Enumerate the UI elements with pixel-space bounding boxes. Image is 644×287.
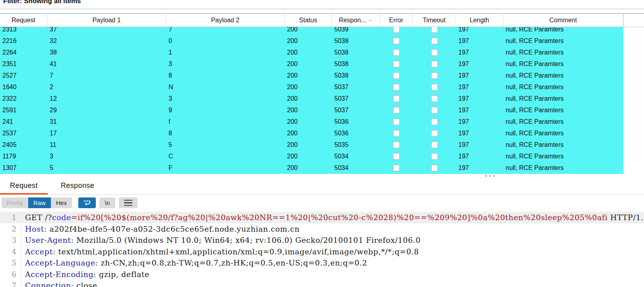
results-header-row: RequestPayload 1Payload 2StatusRespon...…: [0, 14, 623, 27]
error-checkbox[interactable]: [393, 164, 400, 172]
error-checkbox[interactable]: [393, 27, 400, 33]
timeout-checkbox[interactable]: [431, 61, 438, 68]
timeout-checkbox[interactable]: [431, 107, 438, 114]
column-header-response[interactable]: Respon...⌄: [332, 14, 380, 27]
word-wrap-button[interactable]: [78, 197, 96, 208]
timeout-checkbox[interactable]: [431, 153, 438, 160]
cell-length: 197: [456, 81, 503, 93]
line-content: Accept-Language: zh-CN,zh;q=0.8,zh-TW;q=…: [25, 258, 367, 267]
cell-status: 200: [285, 58, 332, 70]
timeout-checkbox[interactable]: [431, 84, 438, 91]
panel-splitter[interactable]: [0, 174, 644, 177]
cell-request: 2264: [0, 47, 47, 58]
filter-bar[interactable]: Filter: Showing all items: [0, 0, 644, 9]
column-header-timeout[interactable]: Timeout: [413, 14, 456, 27]
cell-payload1: 37: [47, 27, 166, 35]
column-header-status[interactable]: Status: [285, 14, 332, 27]
show-newlines-button[interactable]: \n: [99, 197, 115, 208]
column-header-request[interactable]: Request: [0, 14, 47, 27]
timeout-checkbox[interactable]: [431, 72, 438, 79]
timeout-checkbox[interactable]: [431, 141, 438, 148]
error-checkbox[interactable]: [393, 72, 400, 79]
table-row[interactable]: 13075F2005034197null, RCE Paramters: [0, 162, 623, 174]
timeout-checkbox[interactable]: [431, 27, 438, 33]
cell-timeout: [413, 27, 456, 35]
raw-button[interactable]: Raw: [28, 197, 51, 208]
column-header-payload2[interactable]: Payload 2: [166, 14, 285, 27]
cell-payload1: 17: [47, 127, 166, 139]
request-lines: 1GET /?code=if%20[%20$(more%20/f?ag%20|%…: [0, 212, 644, 287]
table-row[interactable]: 11793C2005034197null, RCE Paramters: [0, 150, 623, 162]
error-checkbox[interactable]: [393, 95, 400, 102]
pretty-button[interactable]: Pretty: [2, 197, 28, 208]
column-header-error[interactable]: Error: [380, 14, 413, 27]
results-table-body[interactable]: 23133772005039197null, RCE Paramters2216…: [0, 27, 623, 174]
cell-response: 5038: [332, 70, 380, 81]
table-row[interactable]: 22163202005038197null, RCE Paramters: [0, 35, 623, 47]
error-checkbox[interactable]: [393, 61, 400, 68]
cell-payload2: 3: [166, 58, 285, 70]
cell-error: [380, 27, 413, 35]
cell-request: 2322: [0, 93, 47, 104]
cell-length: 197: [456, 116, 503, 127]
error-checkbox[interactable]: [393, 153, 400, 160]
cell-error: [380, 47, 413, 58]
timeout-checkbox[interactable]: [431, 95, 438, 102]
cell-payload1: 32: [47, 35, 166, 47]
hamburger-icon: [124, 200, 132, 206]
view-mode-segmented-control: Pretty Raw Hex: [2, 197, 72, 208]
cell-length: 197: [456, 127, 503, 139]
cell-error: [380, 58, 413, 70]
cell-payload2: 0: [166, 35, 285, 47]
table-row[interactable]: 23221232005037197null, RCE Paramters: [0, 93, 623, 104]
table-row[interactable]: 23514132005038197null, RCE Paramters: [0, 58, 623, 70]
syntax-segment-plain: HTTP/1.1: [607, 213, 644, 222]
cell-status: 200: [285, 116, 332, 127]
cell-status: 200: [285, 127, 332, 139]
line-number: 7: [0, 280, 22, 287]
splitter-grip-icon: [485, 175, 495, 177]
cell-timeout: [413, 150, 456, 162]
tab-request[interactable]: Request: [0, 177, 48, 194]
table-row[interactable]: 24051152005035197null, RCE Paramters: [0, 139, 623, 150]
hex-button[interactable]: Hex: [51, 197, 72, 208]
timeout-checkbox[interactable]: [431, 118, 438, 125]
tab-response[interactable]: Response: [48, 177, 107, 194]
line-number: 5: [0, 257, 22, 269]
table-row[interactable]: 16402N2005037197null, RCE Paramters: [0, 81, 623, 93]
table-scrollbar-track[interactable]: [623, 14, 644, 175]
editor-menu-button[interactable]: [119, 197, 138, 208]
error-checkbox[interactable]: [393, 107, 400, 114]
table-row[interactable]: 25371782005036197null, RCE Paramters: [0, 127, 623, 139]
table-row[interactable]: 23133772005039197null, RCE Paramters: [0, 27, 623, 35]
cell-comment: null, RCE Paramters: [503, 93, 623, 104]
timeout-checkbox[interactable]: [431, 37, 438, 45]
syntax-segment-pname: code: [52, 213, 71, 222]
column-header-comment[interactable]: Comment: [503, 14, 623, 27]
cell-timeout: [413, 58, 456, 70]
timeout-checkbox[interactable]: [431, 130, 438, 137]
line-content: Accept: text/html,application/xhtml+xml,…: [25, 247, 419, 256]
error-checkbox[interactable]: [393, 141, 400, 148]
cell-comment: null, RCE Paramters: [503, 127, 623, 139]
cell-response: 5036: [332, 116, 380, 127]
error-checkbox[interactable]: [393, 130, 400, 137]
error-checkbox[interactable]: [393, 37, 400, 45]
error-checkbox[interactable]: [393, 84, 400, 91]
cell-length: 197: [456, 35, 503, 47]
timeout-checkbox[interactable]: [431, 164, 438, 172]
column-header-payload1[interactable]: Payload 1: [47, 14, 166, 27]
column-header-length[interactable]: Length: [456, 14, 503, 27]
cell-error: [380, 81, 413, 93]
request-editor[interactable]: 1GET /?code=if%20[%20$(more%20/f?ag%20|%…: [0, 211, 644, 287]
syntax-segment-hname: Host:: [25, 225, 47, 233]
table-row[interactable]: 2527782005038197null, RCE Paramters: [0, 70, 623, 81]
cell-length: 197: [456, 93, 503, 104]
error-checkbox[interactable]: [393, 118, 400, 125]
table-row[interactable]: 24131f2005036197null, RCE Paramters: [0, 116, 623, 127]
table-row[interactable]: 25912992005037197null, RCE Paramters: [0, 104, 623, 116]
table-row[interactable]: 22643812005038197null, RCE Paramters: [0, 47, 623, 58]
timeout-checkbox[interactable]: [431, 49, 438, 56]
error-checkbox[interactable]: [393, 49, 400, 56]
cell-payload1: 38: [47, 47, 166, 58]
